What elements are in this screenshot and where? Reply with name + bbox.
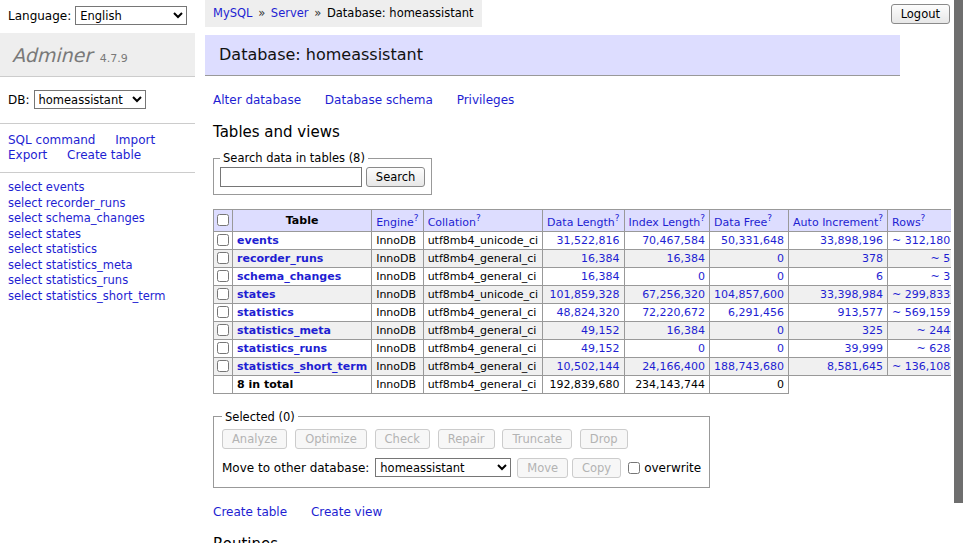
table-name-link[interactable]: statistics_meta (237, 324, 331, 337)
language-label: Language: (8, 9, 71, 23)
breadcrumb-server-link[interactable]: Server (271, 6, 309, 20)
sidebar-action-link[interactable]: SQL command (8, 133, 95, 147)
selected-action-button[interactable]: Analyze (222, 429, 287, 449)
create-link[interactable]: Create table (213, 505, 287, 519)
index_length-cell: 16,384 (624, 321, 710, 339)
column-header-link[interactable]: Collation (428, 216, 476, 229)
tables-table: TableEngine?Collation?Data Length?Index … (213, 209, 966, 394)
engine-cell: InnoDB (372, 285, 423, 303)
selected-action-button[interactable]: Drop (580, 429, 628, 449)
sidebar-action-link[interactable]: Export (8, 148, 47, 162)
sidebar-action-link[interactable]: Import (115, 133, 155, 147)
row-checkbox-cell (214, 267, 233, 285)
collation-cell: utf8mb4_unicode_ci (423, 231, 542, 249)
table-row: recorder_runsInnoDButf8mb4_general_ci16,… (214, 249, 966, 267)
sidebar-table-link[interactable]: select statistics (8, 242, 187, 256)
scrollbar[interactable] (951, 0, 966, 543)
sidebar-table-link[interactable]: select statistics_runs (8, 273, 187, 287)
move-label: Move to other database: (222, 461, 369, 475)
column-header-link[interactable]: Data Length (547, 216, 615, 229)
data_free-cell: 0 (710, 321, 789, 339)
column-header: Data Free? (710, 210, 789, 232)
row-checkbox[interactable] (217, 324, 229, 336)
data_length-cell: 31,522,816 (543, 231, 624, 249)
selected-action-button[interactable]: Optimize (295, 429, 367, 449)
index_length-cell: 0 (624, 267, 710, 285)
database-action-link[interactable]: Alter database (213, 93, 301, 107)
selected-action-button[interactable]: Truncate (502, 429, 572, 449)
table-name-link[interactable]: statistics_runs (237, 342, 327, 355)
column-header-link[interactable]: Engine (376, 216, 414, 229)
table-name-link[interactable]: states (237, 288, 276, 301)
column-help-link[interactable]: ? (414, 213, 419, 223)
selected-action-button[interactable]: Repair (438, 429, 495, 449)
search-legend: Search data in tables (8) (220, 151, 368, 165)
overwrite-label: overwrite (644, 461, 701, 475)
table-name-link[interactable]: statistics_short_term (237, 360, 367, 373)
row-checkbox-cell (214, 285, 233, 303)
table-name-link[interactable]: events (237, 234, 279, 247)
create-links: Create table Create view (213, 505, 900, 519)
language-select[interactable]: English (75, 6, 187, 25)
create-link[interactable]: Create view (311, 505, 382, 519)
sidebar-table-link[interactable]: select statistics_meta (8, 258, 187, 272)
index_length-cell: 16,384 (624, 249, 710, 267)
sidebar-actions-line1: SQL command Import (8, 133, 187, 147)
table-name-link[interactable]: recorder_runs (237, 252, 323, 265)
auto_increment-cell: 39,999 (789, 339, 888, 357)
overwrite-checkbox[interactable] (628, 462, 640, 474)
database-action-link[interactable]: Database schema (325, 93, 433, 107)
row-checkbox[interactable] (217, 252, 229, 264)
row-checkbox-cell (214, 249, 233, 267)
column-header-link[interactable]: Data Free (714, 216, 767, 229)
routines-heading: Routines (213, 535, 900, 543)
sidebar-action-link[interactable]: Create table (67, 148, 141, 162)
row-checkbox[interactable] (217, 342, 229, 354)
column-header-link[interactable]: Index Length (629, 216, 701, 229)
column-help-link[interactable]: ? (767, 213, 772, 223)
sidebar-table-link[interactable]: select events (8, 180, 187, 194)
row-checkbox[interactable] (217, 360, 229, 372)
move-database-select[interactable]: homeassistant (375, 458, 511, 477)
column-header-table: Table (233, 210, 372, 232)
database-action-link[interactable]: Privileges (457, 93, 515, 107)
table-name-link[interactable]: statistics (237, 306, 294, 319)
row-checkbox[interactable] (217, 288, 229, 300)
row-checkbox[interactable] (217, 270, 229, 282)
column-header-link[interactable]: Auto Increment (793, 216, 878, 229)
footer-empty-cell (214, 375, 233, 393)
sidebar-table-link[interactable]: select states (8, 227, 187, 241)
table-name-cell: statistics_meta (233, 321, 372, 339)
scrollbar-thumb[interactable] (954, 0, 963, 503)
table-name-link[interactable]: schema_changes (237, 270, 341, 283)
move-button[interactable]: Move (517, 458, 568, 478)
index_length-cell: 24,166,400 (624, 357, 710, 375)
row-checkbox[interactable] (217, 306, 229, 318)
column-help-link[interactable]: ? (700, 213, 705, 223)
sidebar-table-link[interactable]: select recorder_runs (8, 196, 187, 210)
sidebar-table-link[interactable]: select statistics_short_term (8, 289, 187, 303)
selected-action-button[interactable]: Check (375, 429, 430, 449)
search-button[interactable]: Search (366, 167, 426, 187)
row-checkbox-cell (214, 357, 233, 375)
sidebar-table-link[interactable]: select schema_changes (8, 211, 187, 225)
breadcrumb-mysql-link[interactable]: MySQL (213, 6, 253, 20)
search-input[interactable] (220, 167, 362, 187)
data_length-cell: 16,384 (543, 249, 624, 267)
table-row: statistics_short_termInnoDButf8mb4_gener… (214, 357, 966, 375)
row-checkbox[interactable] (217, 234, 229, 246)
engine-cell: InnoDB (372, 357, 423, 375)
table-name-cell: events (233, 231, 372, 249)
table-header-row: TableEngine?Collation?Data Length?Index … (214, 210, 966, 232)
move-button[interactable]: Copy (572, 458, 621, 478)
select-all-checkbox[interactable] (217, 214, 229, 226)
db-select[interactable]: homeassistant (34, 90, 146, 109)
collation-cell: utf8mb4_general_ci (423, 303, 542, 321)
column-help-link[interactable]: ? (615, 213, 620, 223)
column-header-link[interactable]: Rows (892, 216, 921, 229)
row-checkbox-cell (214, 321, 233, 339)
column-help-link[interactable]: ? (476, 213, 481, 223)
column-help-link[interactable]: ? (878, 213, 883, 223)
rows-cell: ~ 569,159 (888, 303, 955, 321)
column-help-link[interactable]: ? (921, 213, 926, 223)
